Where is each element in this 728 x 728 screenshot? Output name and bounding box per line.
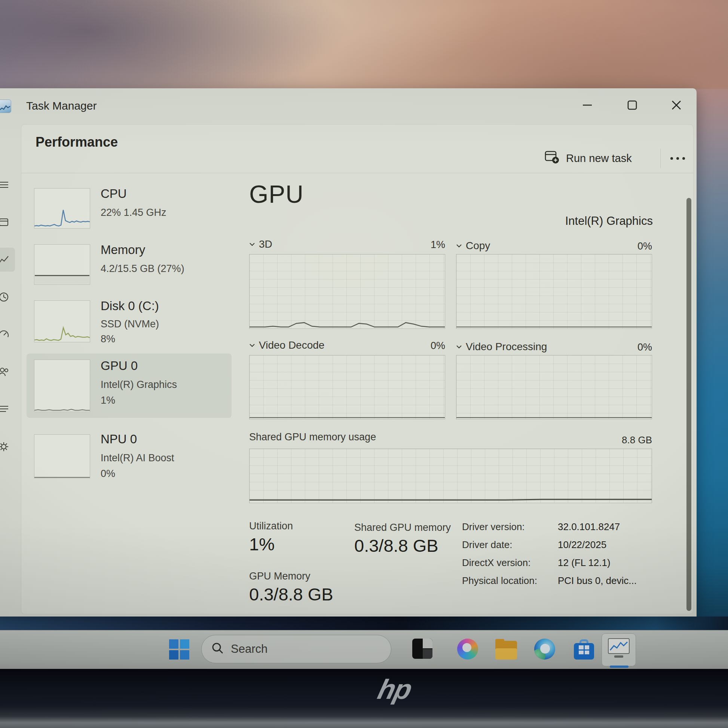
- search-box[interactable]: [201, 635, 391, 663]
- search-icon: [211, 642, 224, 656]
- edge-icon[interactable]: [534, 639, 555, 659]
- disk-title: Disk 0 (C:): [101, 299, 159, 313]
- shared-gpu-memory-label: Shared GPU memory: [354, 522, 451, 534]
- run-new-task-button[interactable]: Run new task: [540, 146, 656, 170]
- more-options-button[interactable]: [663, 146, 692, 170]
- disk-stats: 8%: [101, 333, 115, 345]
- file-explorer-icon[interactable]: [495, 641, 517, 659]
- gpu-mini-chart: [34, 359, 90, 412]
- task-manager-taskbar-button[interactable]: [601, 633, 636, 666]
- physical-location-label: Physical location:: [462, 575, 554, 587]
- memory-title: Memory: [101, 243, 145, 257]
- engine-copy-chart: [456, 254, 652, 329]
- driver-version-value: 32.0.101.8247: [558, 521, 655, 533]
- perf-item-npu[interactable]: NPU 0 Intel(R) AI Boost 0%: [26, 425, 232, 485]
- shared-gpu-memory-value: 0.3/8.8 GB: [354, 535, 439, 556]
- active-app-indicator: [610, 665, 629, 668]
- laptop-bezel: hp: [0, 669, 728, 728]
- npu-title: NPU 0: [101, 432, 137, 446]
- directx-version-label: DirectX version:: [462, 557, 554, 569]
- engine-3d-dropdown[interactable]: 3D: [249, 238, 272, 250]
- run-new-task-icon: [544, 150, 559, 167]
- store-icon[interactable]: [574, 639, 594, 659]
- engine-video-processing-chart: [456, 355, 652, 419]
- page-title: Performance: [35, 134, 118, 150]
- titlebar: Task Manager: [0, 88, 697, 124]
- cpu-title: CPU: [101, 187, 127, 201]
- engine-copy-dropdown[interactable]: Copy: [456, 240, 490, 252]
- header-divider: [21, 173, 693, 173]
- desktop-wallpaper-top: [0, 0, 728, 89]
- perf-item-gpu[interactable]: GPU 0 Intel(R) Graphics 1%: [26, 353, 232, 418]
- chevron-down-icon: [249, 343, 255, 347]
- engine-video-processing-dropdown[interactable]: Video Processing: [456, 341, 547, 353]
- close-button[interactable]: [664, 94, 688, 116]
- memory-mini-chart: [34, 244, 90, 285]
- gpu-memory-label: GPU Memory: [249, 570, 310, 582]
- chevron-down-icon: [456, 244, 462, 248]
- header-divider-vertical: [660, 148, 661, 168]
- utilization-value: 1%: [249, 534, 275, 554]
- task-manager-window: Task Manager: [0, 88, 697, 616]
- cpu-mini-chart: [34, 188, 90, 229]
- nav-rail: [0, 124, 17, 616]
- engine-video-decode-dropdown[interactable]: Video Decode: [249, 339, 324, 351]
- utilization-label: Utilization: [249, 520, 293, 532]
- performance-panel: Performance Run new task CPU 22% 1.45 GH…: [21, 124, 694, 614]
- memory-stats: 4.2/15.5 GB (27%): [101, 263, 184, 275]
- gpu-panel-title: GPU: [249, 180, 304, 208]
- run-new-task-label: Run new task: [566, 152, 632, 165]
- npu-mini-chart: [34, 434, 90, 479]
- directx-version-value: 12 (FL 12.1): [558, 557, 655, 569]
- gpu-title: GPU 0: [101, 359, 138, 373]
- driver-version-label: Driver version:: [462, 521, 554, 533]
- laptop-screen-photo: Task Manager: [0, 0, 728, 728]
- disk-mini-chart: [34, 300, 90, 342]
- npu-stats: 0%: [101, 468, 115, 480]
- perf-item-disk[interactable]: Disk 0 (C:) SSD (NVMe) 8%: [26, 297, 232, 353]
- window-title: Task Manager: [26, 99, 96, 112]
- cpu-stats: 22% 1.45 GHz: [101, 207, 167, 219]
- shared-memory-chart-max: 8.8 GB: [606, 434, 652, 446]
- nav-menu-icon[interactable]: [0, 173, 15, 197]
- nav-users-icon[interactable]: [0, 360, 15, 384]
- dark-window-app-icon[interactable]: [412, 639, 433, 659]
- chevron-down-icon: [249, 242, 255, 246]
- gpu-device: Intel(R) Graphics: [101, 379, 177, 390]
- vertical-scrollbar[interactable]: [687, 198, 691, 611]
- engine-copy-value: 0%: [606, 240, 652, 252]
- engine-video-processing-value: 0%: [606, 341, 652, 353]
- engine-3d-value: 1%: [399, 239, 445, 251]
- nav-services-icon[interactable]: [0, 435, 15, 459]
- taskbar: [0, 630, 728, 669]
- driver-date-label: Driver date:: [462, 539, 554, 551]
- search-input[interactable]: [231, 642, 366, 656]
- perf-item-memory[interactable]: Memory 4.2/15.5 GB (27%): [26, 240, 232, 289]
- disk-type: SSD (NVMe): [101, 318, 159, 330]
- shared-memory-chart: [249, 448, 652, 503]
- driver-date-value: 10/22/2025: [558, 539, 655, 551]
- perf-item-cpu[interactable]: CPU 22% 1.45 GHz: [26, 184, 232, 233]
- gpu-device-name: Intel(R) Graphics: [466, 214, 653, 228]
- engine-3d-chart: [249, 254, 445, 329]
- copilot-icon[interactable]: [457, 639, 478, 659]
- nav-details-icon[interactable]: [0, 397, 15, 421]
- chevron-down-icon: [456, 345, 462, 349]
- nav-processes-icon[interactable]: [0, 210, 15, 234]
- nav-app-history-icon[interactable]: [0, 285, 15, 309]
- desktop-wallpaper-bottom: [0, 616, 728, 630]
- minimize-button[interactable]: [575, 94, 599, 116]
- hp-logo: hp: [375, 673, 415, 705]
- task-manager-app-icon: [0, 99, 11, 113]
- npu-device: Intel(R) AI Boost: [101, 452, 174, 464]
- physical-location-value: PCI bus 0, devic...: [558, 575, 655, 587]
- gpu-memory-value: 0.3/8.8 GB: [249, 584, 333, 604]
- start-button[interactable]: [169, 639, 189, 659]
- engine-video-decode-chart: [249, 355, 445, 419]
- gpu-stats: 1%: [101, 395, 115, 406]
- maximize-button[interactable]: [620, 94, 644, 116]
- engine-video-decode-value: 0%: [399, 340, 445, 352]
- nav-performance-icon[interactable]: [0, 248, 15, 272]
- nav-startup-apps-icon[interactable]: [0, 323, 15, 346]
- task-manager-icon: [608, 638, 630, 658]
